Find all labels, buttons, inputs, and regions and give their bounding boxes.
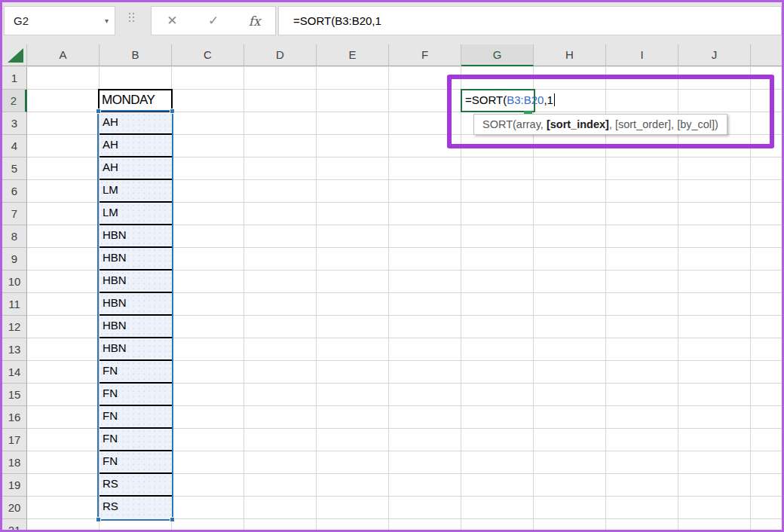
b-column-data: AHAHAHLMLMHBNHBNHBNHBNHBNHBNFNFNFNFNFNRS… bbox=[100, 112, 172, 519]
row-headers: 123456789101112131415161718192021 bbox=[2, 67, 27, 530]
row-header-11[interactable]: 11 bbox=[2, 293, 27, 316]
row-header-18[interactable]: 18 bbox=[2, 451, 27, 474]
row-header-20[interactable]: 20 bbox=[2, 497, 27, 519]
row-header-7[interactable]: 7 bbox=[2, 203, 27, 225]
cell-B11[interactable]: HBN bbox=[100, 293, 172, 316]
row-header-3[interactable]: 3 bbox=[2, 112, 27, 135]
cell-B18[interactable]: FN bbox=[100, 451, 172, 474]
tooltip-prefix: SORT(array, bbox=[482, 118, 547, 130]
row-header-15[interactable]: 15 bbox=[2, 384, 27, 406]
formula-prefix: =SORT( bbox=[465, 93, 507, 106]
column-header-A[interactable]: A bbox=[27, 44, 100, 66]
formula-button-group: ✕ ✓ fx bbox=[151, 6, 276, 35]
cell-B15[interactable]: FN bbox=[100, 384, 172, 406]
cell-B10[interactable]: HBN bbox=[100, 271, 172, 293]
name-box[interactable]: G2 ▾ bbox=[4, 6, 115, 35]
cell-B5[interactable]: AH bbox=[100, 157, 172, 180]
row-header-13[interactable]: 13 bbox=[2, 338, 27, 361]
column-header-J[interactable]: J bbox=[678, 44, 751, 66]
tooltip-active-argument: [sort_index] bbox=[547, 118, 609, 130]
cell-B4[interactable]: AH bbox=[100, 135, 172, 157]
column-headers: ABCDEFGHIJ bbox=[27, 44, 751, 66]
row-header-4[interactable]: 4 bbox=[2, 135, 27, 157]
row-header-8[interactable]: 8 bbox=[2, 225, 27, 248]
tooltip-suffix: , [sort_order], [by_col]) bbox=[609, 118, 718, 130]
name-box-value: G2 bbox=[14, 14, 29, 27]
cell-B20[interactable]: RS bbox=[100, 497, 172, 519]
formula-range-reference: B3:B20 bbox=[507, 93, 544, 106]
formula-toolbar: G2 ▾ ✕ ✓ fx =SORT(B3:B20,1 bbox=[2, 2, 782, 43]
cell-B8[interactable]: HBN bbox=[100, 225, 172, 248]
row-header-16[interactable]: 16 bbox=[2, 406, 27, 429]
formula-suffix: ,1 bbox=[544, 93, 553, 106]
row-header-17[interactable]: 17 bbox=[2, 429, 27, 451]
row-header-19[interactable]: 19 bbox=[2, 474, 27, 497]
cell-B13[interactable]: HBN bbox=[100, 338, 172, 361]
cell-B19[interactable]: RS bbox=[100, 474, 172, 497]
row-header-2[interactable]: 2 bbox=[2, 90, 27, 112]
row-header-10[interactable]: 10 bbox=[2, 271, 27, 293]
cell-B6[interactable]: LM bbox=[100, 180, 172, 203]
formula-bar-resize-handle[interactable] bbox=[129, 13, 135, 26]
column-header-C[interactable]: C bbox=[172, 44, 244, 66]
cell-B3[interactable]: AH bbox=[100, 112, 172, 135]
column-header-F[interactable]: F bbox=[389, 44, 461, 66]
text-cursor bbox=[554, 93, 556, 106]
column-header-E[interactable]: E bbox=[317, 44, 389, 66]
editing-cell-G2[interactable]: =SORT(B3:B20,1 bbox=[461, 89, 535, 112]
cell-B17[interactable]: FN bbox=[100, 429, 172, 451]
row-header-5[interactable]: 5 bbox=[2, 157, 27, 180]
function-signature-tooltip: SORT(array, [sort_index], [sort_order], … bbox=[473, 114, 727, 135]
select-all-triangle-icon bbox=[8, 48, 23, 63]
cell-B9[interactable]: HBN bbox=[100, 248, 172, 271]
cell-B14[interactable]: FN bbox=[100, 361, 172, 384]
formula-bar-input[interactable]: =SORT(B3:B20,1 bbox=[278, 6, 782, 35]
select-all-button[interactable] bbox=[2, 44, 27, 66]
row-header-9[interactable]: 9 bbox=[2, 248, 27, 271]
cancel-button[interactable]: ✕ bbox=[152, 13, 193, 29]
column-header-H[interactable]: H bbox=[534, 44, 606, 66]
enter-button[interactable]: ✓ bbox=[193, 13, 234, 29]
name-box-dropdown-icon[interactable]: ▾ bbox=[105, 7, 109, 35]
column-header-I[interactable]: I bbox=[606, 44, 678, 66]
cell-B16[interactable]: FN bbox=[100, 406, 172, 429]
row-header-12[interactable]: 12 bbox=[2, 316, 27, 338]
row-header-6[interactable]: 6 bbox=[2, 180, 27, 203]
column-header-D[interactable]: D bbox=[244, 44, 317, 66]
insert-function-button[interactable]: fx bbox=[234, 14, 275, 29]
column-header-B[interactable]: B bbox=[100, 44, 172, 66]
cell-B12[interactable]: HBN bbox=[100, 316, 172, 338]
column-header-G[interactable]: G bbox=[461, 44, 534, 66]
row-header-14[interactable]: 14 bbox=[2, 361, 27, 384]
row-header-1[interactable]: 1 bbox=[2, 67, 27, 90]
cell-B7[interactable]: LM bbox=[100, 203, 172, 225]
cell-B2[interactable]: MONDAY bbox=[98, 89, 173, 112]
row-header-21[interactable]: 21 bbox=[2, 519, 27, 530]
excel-window: G2 ▾ ✕ ✓ fx =SORT(B3:B20,1 ABCDEFGHIJ 12… bbox=[0, 0, 784, 532]
column-header-partial[interactable] bbox=[751, 44, 782, 66]
